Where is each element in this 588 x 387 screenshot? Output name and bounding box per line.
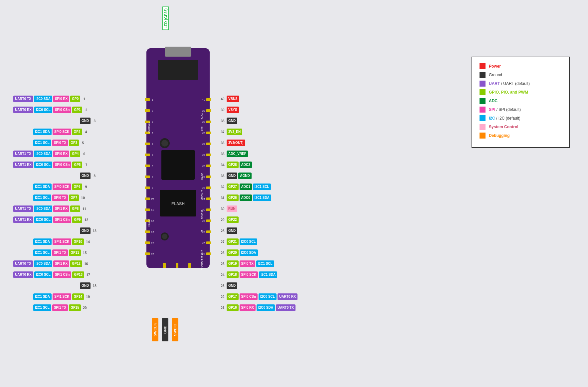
pin-label: UART1 TX	[13, 151, 33, 157]
pin-label: SPI0 RX	[240, 304, 256, 311]
pin-label: I2C1 SDA	[33, 129, 52, 135]
bottom-labels: SWCLK GND SWDIO	[152, 318, 178, 341]
svg-rect-19	[145, 197, 150, 200]
pin-label: SPI1 RX	[53, 205, 69, 212]
pin-label: I2C0 SDA	[257, 304, 275, 311]
pin-label: I2C1 SDA	[33, 293, 52, 300]
pin-label-adc2: ADC2	[240, 162, 252, 168]
pin-label-gp: GP13	[72, 271, 84, 278]
pin-row-4: I2C1 SDA SPI0 SCK GP2 4	[33, 129, 89, 135]
legend-item-spi: SPI / SPI (default)	[480, 107, 562, 113]
pin-number: 12	[83, 218, 89, 222]
legend-text-power: Power	[489, 64, 501, 69]
pin-number: 37	[220, 130, 226, 134]
pin-row-27: 27 GP21 I2C0 SCL	[220, 238, 257, 245]
pin-label-gnd: GND	[80, 227, 91, 234]
pin-row-10: I2C1 SCL SPI0 TX GP7 10	[33, 194, 86, 201]
svg-text:27: 27	[202, 241, 205, 244]
pin-row-29: 29 GP22	[220, 216, 239, 223]
pin-label: I2C1 SCL	[33, 140, 51, 146]
svg-rect-22	[145, 230, 150, 233]
svg-text:37: 37	[202, 131, 205, 134]
board-svg: FLASH	[143, 47, 213, 270]
svg-text:8: 8	[152, 175, 153, 178]
svg-text:29: 29	[202, 219, 205, 222]
pin-label-agnd: AGND	[238, 173, 251, 179]
pin-label: I2C0 SDA	[240, 249, 258, 256]
pin-row-28: 28 GND	[220, 227, 237, 234]
pin-label: I2C0 SDA	[34, 260, 52, 267]
svg-text:31: 31	[202, 197, 205, 200]
pin-label: I2C1 SCL	[33, 249, 51, 256]
svg-rect-20	[145, 208, 150, 211]
legend-color-spi	[480, 107, 486, 113]
pin-label: I2C0 SCL	[240, 238, 258, 245]
pin-label: SPI0 SCK	[240, 271, 258, 278]
pin-label: I2C0 SDA	[34, 205, 52, 212]
pin-label: I2C1 SDA	[253, 194, 271, 201]
svg-rect-34	[206, 197, 211, 200]
pin-label: I2C0 SCL	[34, 216, 52, 223]
svg-rect-25	[206, 98, 211, 101]
svg-rect-29	[206, 143, 211, 145]
pin-row-1: UART0 TX I2C0 SDA SPI0 RX GP0 1	[13, 96, 87, 102]
pin-row-7: UART1 RX I2C0 SCL SPI0 CSn GP5 7	[13, 162, 89, 168]
pin-row-40: 40 VBUS	[220, 96, 239, 102]
pin-label: I2C1 SCL	[253, 184, 271, 190]
svg-rect-2	[158, 60, 198, 80]
pin-row-39: 39 VSYS	[220, 107, 239, 113]
pin-label: SPI1 RX	[53, 260, 69, 267]
pin-number: 11	[81, 207, 87, 211]
legend-color-debug	[480, 133, 486, 139]
pin-row-33: 33 GND AGND	[220, 173, 252, 179]
pin-label: UART0 RX	[13, 107, 33, 113]
pin-label: I2C1 SCL	[256, 260, 274, 267]
pin-label-gnd: GND	[80, 282, 91, 289]
pin-number: 8	[92, 174, 98, 178]
legend-item-i2c: I2C / I2C (default)	[480, 115, 562, 121]
svg-rect-42	[188, 263, 191, 268]
svg-text:RESET: RESET	[148, 218, 150, 226]
legend-color-gpio	[480, 89, 486, 95]
svg-text:39: 39	[202, 109, 205, 112]
legend-text-uart: UART / UART (default)	[489, 81, 530, 86]
legend-item-uart: UART / UART (default)	[480, 81, 562, 87]
pin-row-23: 23 GND	[220, 282, 237, 289]
svg-text:40: 40	[202, 98, 205, 101]
pin-label: SPI0 RX	[53, 96, 69, 102]
legend-color-adc	[480, 98, 486, 104]
pin-number: 25	[220, 262, 226, 266]
main-container: LED (GP25) FLASH	[0, 0, 588, 387]
svg-rect-11	[145, 109, 150, 112]
pin-number: 36	[220, 141, 226, 145]
legend-text-debug: Debugging	[489, 133, 510, 138]
legend-color-power	[480, 63, 486, 69]
svg-rect-26	[206, 109, 211, 112]
pin-label: UART0 TX	[13, 260, 33, 267]
pin-label-gnd: GND	[227, 173, 237, 179]
svg-rect-41	[176, 263, 178, 268]
pin-label: UART1 RX	[13, 216, 33, 223]
pin-label-gp: GP11	[69, 249, 81, 256]
pin-label: I2C0 SCL	[34, 271, 52, 278]
pin-label: UART1 RX	[13, 162, 33, 168]
pin-label-gp20: GP20	[227, 249, 239, 256]
svg-text:38: 38	[202, 120, 205, 123]
pin-label-gp: GP4	[70, 151, 80, 157]
pin-label-vbus: VBUS	[227, 96, 239, 102]
pin-number: 33	[220, 174, 226, 178]
pin-number: 7	[83, 163, 89, 167]
pin-row-6: UART1 TX I2C0 SDA SPI0 RX GP4 6	[13, 151, 87, 157]
pin-row-30: 30 RUN	[220, 205, 237, 212]
pin-label-gp28: GP28	[227, 162, 239, 168]
pin-number: 22	[220, 295, 226, 299]
pin-number: 38	[220, 119, 226, 123]
legend-text-gpio: GPIO, PIO, and PWM	[489, 90, 528, 95]
pin-label-gp: GP7	[69, 194, 79, 201]
pin-label-gp22: GP22	[227, 216, 239, 223]
pin-row-2: UART0 RX I2C0 SCL SPI0 CSn GP1 2	[13, 107, 89, 113]
pin-number: 2	[83, 108, 89, 112]
pin-row-37: 37 3V3_EN	[220, 129, 242, 135]
pin-label: I2C0 SCL	[34, 107, 52, 113]
svg-rect-36	[206, 219, 211, 222]
